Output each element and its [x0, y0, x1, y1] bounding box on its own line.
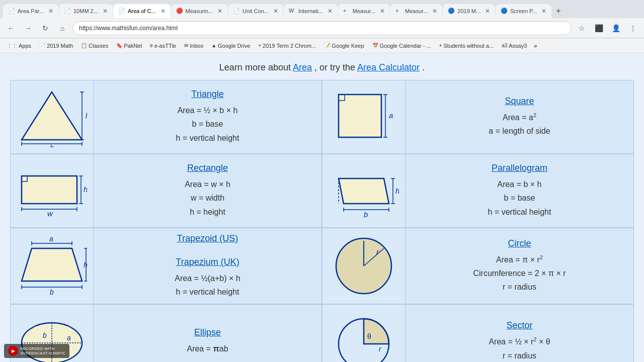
calculator-link[interactable]: Area Calculator [357, 62, 420, 72]
tab-0[interactable]: 📄 Area Par... ✕ [3, 4, 58, 18]
triangle-svg: h b [17, 87, 87, 147]
ellipse-formula: Area = πab [187, 342, 228, 355]
tab-close-7[interactable]: ✕ [432, 8, 437, 15]
tab-5[interactable]: W Internati... ✕ [284, 4, 338, 18]
trapezoid-image: a h b [11, 228, 94, 304]
bookmark-2019term2-label: 2019 Term 2 Chrom... [263, 43, 316, 49]
watermark-text: RECORDED WITH SCREENCAST-O-MATIC [20, 346, 65, 355]
svg-text:a: a [49, 235, 53, 243]
triangle-title[interactable]: Triangle [191, 89, 223, 100]
menu-button[interactable]: ⋮ [626, 21, 640, 35]
tab-6[interactable]: + Measur... ✕ [338, 4, 390, 18]
2019math-icon: 📄 [39, 43, 45, 48]
tab-9[interactable]: 🔵 Screen P... ✕ [496, 4, 551, 18]
parallelogram-title[interactable]: Parallelogram [492, 163, 547, 173]
circle-svg: r [331, 233, 396, 299]
svg-text:b: b [50, 288, 54, 296]
tab-favicon-2: 📄 [118, 8, 125, 15]
tab-close-5[interactable]: ✕ [328, 8, 333, 15]
area-link[interactable]: Area [293, 62, 312, 72]
shape-cell-sector: θ r Sector Area = ½ × r2 × θ r = radius [322, 304, 634, 362]
bookmark-2019math[interactable]: 📄 2019 Math [36, 42, 76, 50]
tab-favicon-3: 🔴 [176, 8, 183, 15]
tab-4[interactable]: 📄 Unit Con... ✕ [228, 4, 283, 18]
bookmark-assay3-label: Assay3 [509, 43, 527, 49]
rectangle-image: h w [11, 154, 94, 227]
extensions-button[interactable]: ⬛ [592, 21, 606, 35]
tab-8[interactable]: 🔵 2019 M... ✕ [443, 4, 495, 18]
svg-text:b: b [364, 210, 368, 219]
bookmark-students[interactable]: + Students without a... [436, 42, 497, 50]
tab-favicon-1: 📄 [64, 8, 71, 15]
bookmark-paknet[interactable]: 🔖 PakNet [113, 42, 145, 50]
tab-label-0: Area Par... [18, 8, 44, 14]
svg-text:h: h [86, 111, 87, 120]
assay3-icon: a3 [502, 43, 507, 48]
tab-close-0[interactable]: ✕ [48, 8, 53, 15]
gkeep-icon: 📝 [324, 43, 330, 48]
tab-2[interactable]: 📄 Area of C... ✕ [113, 4, 171, 18]
tab-label-8: 2019 M... [457, 8, 480, 14]
tab-close-8[interactable]: ✕ [485, 8, 490, 15]
gcal-icon: 📅 [372, 43, 378, 48]
tab-close-1[interactable]: ✕ [103, 8, 108, 15]
learn-more-text: Learn more about [219, 62, 293, 72]
tab-1[interactable]: 📄 10MM 2... ✕ [59, 4, 113, 18]
tab-3[interactable]: 🔴 Measurin... ✕ [171, 4, 227, 18]
bookmark-apps[interactable]: ⋮⋮ Apps [4, 42, 34, 50]
bookmark-classes[interactable]: 📋 Classes [78, 42, 111, 50]
tab-label-9: Screen P... [510, 8, 537, 14]
bookmark-button[interactable]: ☆ [575, 21, 589, 35]
tab-close-3[interactable]: ✕ [217, 8, 222, 15]
forward-button[interactable]: → [21, 21, 35, 35]
tab-close-4[interactable]: ✕ [273, 8, 278, 15]
comma-or-text: , or try the [314, 62, 357, 72]
square-info: Square Area = a2 a = length of side [406, 80, 633, 153]
bookmark-assay3[interactable]: a3 Assay3 [499, 42, 530, 50]
bookmarks-more[interactable]: » [534, 43, 537, 49]
account-button[interactable]: 👤 [609, 21, 623, 35]
circle-image: r [323, 228, 406, 304]
tab-7[interactable]: + Measur... ✕ [390, 4, 442, 18]
trapezoid-formula: Area = ½(a+b) × h h = vertical height [175, 272, 240, 299]
inbox-icon: ✉ [184, 43, 188, 48]
back-button[interactable]: ← [4, 21, 18, 35]
bookmark-gcal[interactable]: 📅 Google Calendar - ... [369, 42, 434, 50]
bookmark-gdrive[interactable]: ▲ Google Drive [208, 42, 253, 50]
watermark-line1: RECORDED WITH [20, 346, 65, 351]
ellipse-title[interactable]: Ellipse [194, 327, 221, 338]
new-tab-button[interactable]: + [552, 4, 565, 18]
bookmark-2019term2[interactable]: + 2019 Term 2 Chrom... [255, 42, 319, 50]
bookmark-gkeep[interactable]: 📝 Google Keep [321, 42, 367, 50]
square-title[interactable]: Square [505, 96, 534, 107]
bookmark-eastttle[interactable]: e e-asTTle [147, 42, 179, 50]
bookmark-2019math-label: 2019 Math [47, 43, 73, 49]
circle-title[interactable]: Circle [508, 238, 531, 249]
bookmark-gkeep-label: Google Keep [332, 43, 364, 49]
bookmark-paknet-label: PakNet [124, 43, 142, 49]
address-bar[interactable] [72, 21, 572, 35]
shape-cell-square: a Square Area = a2 a = length of side [322, 80, 634, 154]
bookmark-eastttle-label: e-asTTle [154, 43, 176, 49]
home-button[interactable]: ⌂ [55, 21, 69, 35]
reload-button[interactable]: ↻ [38, 21, 52, 35]
tab-close-6[interactable]: ✕ [380, 8, 385, 15]
paknet-icon: 🔖 [116, 43, 122, 48]
tab-label-7: Measur... [405, 8, 428, 14]
period: . [422, 62, 425, 72]
2019term2-icon: + [258, 43, 261, 48]
shape-cell-trapezoid: a h b Trapezoid (US) Trapezium (UK) [10, 228, 322, 304]
tab-close-9[interactable]: ✕ [541, 8, 546, 15]
sector-title[interactable]: Sector [506, 320, 532, 331]
trapezoid-title[interactable]: Trapezoid (US) [177, 233, 238, 244]
tab-close-2[interactable]: ✕ [160, 8, 166, 15]
tab-bar: 📄 Area Par... ✕ 📄 10MM 2... ✕ 📄 Area of … [0, 0, 644, 18]
rectangle-title[interactable]: Rectangle [187, 163, 228, 173]
bookmarks-bar: ⋮⋮ Apps 📄 2019 Math 📋 Classes 🔖 PakNet e… [0, 38, 644, 53]
trapezium-title[interactable]: Trapezium (UK) [176, 257, 239, 267]
bookmark-inbox[interactable]: ✉ Inbox [181, 42, 206, 50]
tab-favicon-0: 📄 [8, 8, 15, 15]
svg-text:θ: θ [367, 332, 371, 340]
bookmark-students-label: Students without a... [443, 43, 494, 49]
eastttle-icon: e [150, 43, 153, 48]
